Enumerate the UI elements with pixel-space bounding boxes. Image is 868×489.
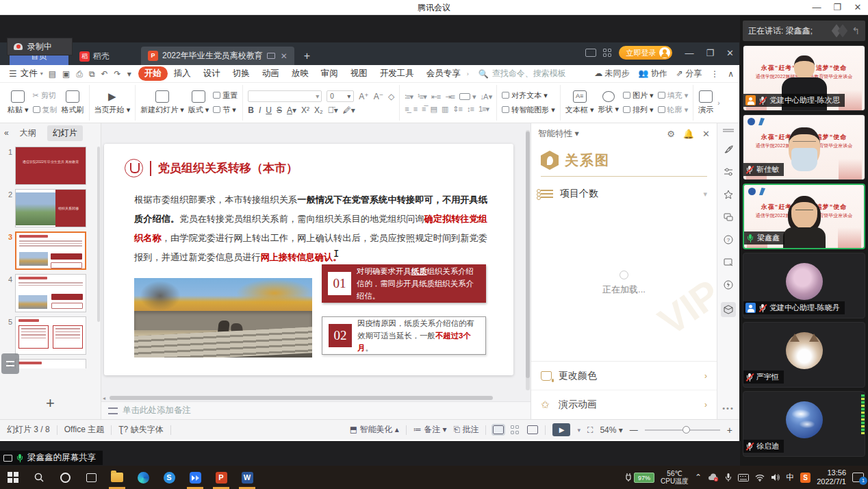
zoom-out-button[interactable]: — bbox=[630, 425, 638, 435]
export-icon[interactable]: ▣ bbox=[62, 69, 70, 79]
canvas-horizontal-scrollbar[interactable]: ◂ bbox=[101, 395, 531, 401]
clock[interactable]: 13:562022/7/1 bbox=[817, 468, 846, 486]
zoom-level[interactable]: 54% ▾ bbox=[600, 425, 622, 435]
gear-icon[interactable]: ⚙ bbox=[667, 129, 675, 139]
tab-document[interactable]: P 2022年毕业生党员离校教育 ✕ bbox=[141, 47, 294, 65]
doc-tab-close-icon[interactable]: ✕ bbox=[281, 51, 288, 61]
more-dots-icon[interactable]: ⋮ bbox=[711, 69, 719, 79]
help-icon[interactable]: ? bbox=[723, 234, 734, 245]
paste-button[interactable]: 粘贴 ▾ bbox=[8, 90, 29, 115]
cut-button[interactable]: ✂ 剪切 bbox=[33, 90, 58, 101]
slide-thumb-5[interactable]: 5 bbox=[1, 316, 97, 355]
zoom-in-button[interactable]: + bbox=[727, 425, 732, 436]
slide-thumb-4[interactable]: 4 bbox=[1, 274, 97, 312]
layout-button[interactable]: 版式 ▾ bbox=[188, 90, 209, 115]
collab-button[interactable]: 👥 协作 bbox=[639, 68, 667, 79]
drag-handle-icon[interactable] bbox=[723, 129, 734, 132]
command-search[interactable]: 🔍 查找命令、搜索模板 bbox=[478, 68, 566, 79]
align-left-button[interactable]: ≡̲ bbox=[405, 105, 408, 113]
tab-docer[interactable]: 稻 稻壳 bbox=[68, 47, 120, 65]
superscript-button[interactable]: X² bbox=[301, 105, 309, 115]
canvas-vertical-scrollbar[interactable] bbox=[526, 130, 530, 390]
tab-slides[interactable]: 幻灯片 bbox=[47, 125, 83, 141]
undo-icon[interactable]: ↶ bbox=[101, 69, 108, 79]
microphone-tray-icon[interactable] bbox=[725, 473, 732, 482]
para-spacing-button[interactable]: ↕≡ bbox=[467, 105, 474, 113]
outline-button[interactable]: 轮廓 ▾ bbox=[658, 105, 689, 115]
qat-more-icon[interactable]: ▾ bbox=[127, 69, 131, 79]
numbering-button[interactable]: ¹≡▾ bbox=[418, 92, 426, 101]
beautify-button[interactable]: ⬒ 智能美化 ▴ bbox=[350, 424, 399, 436]
campus-photo[interactable] bbox=[134, 278, 312, 358]
video-tile-2[interactable]: 永葆“赶考”初心 “追梦”使命 通信学院2022届研究生党员教育暨毕业座谈会 靳… bbox=[743, 114, 865, 180]
back-arrow-icon[interactable]: ↰ bbox=[852, 25, 860, 36]
task-view-button[interactable] bbox=[78, 466, 104, 489]
pinyin-guide-button[interactable]: 嫅̈▾ bbox=[328, 105, 338, 115]
taskbar-search-button[interactable] bbox=[26, 466, 52, 489]
bullets-button[interactable]: ∶≡▾ bbox=[405, 92, 413, 101]
close-button[interactable]: ✕ bbox=[847, 0, 868, 15]
resource-box-icon[interactable] bbox=[721, 302, 736, 317]
align-text-button[interactable]: 对齐文本 ▾ bbox=[502, 90, 555, 101]
video-tile-1[interactable]: 永葆“赶考”初心 “追梦”使命 通信学院2022届研究生党员教育暨毕业座谈会 党… bbox=[743, 45, 865, 111]
font-family-select[interactable]: ▾ bbox=[248, 90, 322, 102]
font-decrease-button[interactable]: A⁻ bbox=[374, 92, 383, 101]
arrange-button[interactable]: 排列 ▾ bbox=[623, 105, 654, 115]
normal-view-button[interactable] bbox=[493, 425, 504, 434]
wps-close-button[interactable]: ✕ bbox=[726, 48, 734, 58]
action-center-button[interactable]: 1 bbox=[852, 473, 864, 482]
missing-font-warning[interactable]: Ʈ? 缺失字体 bbox=[118, 424, 163, 436]
collapse-ribbon-icon[interactable]: ∧ bbox=[728, 69, 734, 79]
menu-animation[interactable]: 动画 bbox=[256, 66, 285, 81]
new-tab-button[interactable]: + bbox=[304, 47, 310, 65]
single-window-icon[interactable] bbox=[585, 49, 596, 57]
login-button[interactable]: 立即登录 bbox=[619, 46, 672, 60]
restore-button[interactable]: ❐ bbox=[827, 0, 847, 15]
menu-devtools[interactable]: 开发工具 bbox=[374, 66, 420, 81]
print-icon[interactable]: ⎙ bbox=[76, 69, 83, 79]
menu-transition[interactable]: 切换 bbox=[227, 66, 256, 81]
menu-start[interactable]: 开始 bbox=[138, 66, 168, 81]
preview-icon[interactable]: ⧉ bbox=[89, 69, 95, 79]
theme-label[interactable]: Office 主题 bbox=[64, 424, 104, 436]
menu-view[interactable]: 视图 bbox=[344, 66, 374, 81]
menu-member[interactable]: 会员专享 bbox=[420, 66, 467, 81]
new-slide-button[interactable]: 新建幻灯片 ▾ bbox=[140, 90, 184, 115]
sync-status[interactable]: ☁ 未同步 bbox=[594, 68, 629, 79]
cloud-offline-icon[interactable]: x bbox=[708, 473, 719, 481]
font-size-select[interactable]: 0▾ bbox=[327, 90, 354, 102]
settings-sliders-icon[interactable] bbox=[723, 166, 734, 177]
fill-button[interactable]: 填充 ▾ bbox=[658, 90, 689, 101]
battery-indicator[interactable]: 97% bbox=[625, 473, 654, 483]
start-button[interactable] bbox=[0, 466, 26, 489]
section-button[interactable]: 节 ▾ bbox=[213, 105, 238, 115]
bold-button[interactable]: B bbox=[248, 105, 254, 115]
file-explorer-button[interactable] bbox=[104, 466, 130, 489]
text-box-button[interactable]: A≡文本框 ▾ bbox=[565, 90, 594, 115]
menu-review[interactable]: 审阅 bbox=[315, 66, 344, 81]
edge-button[interactable] bbox=[130, 466, 156, 489]
play-options-caret[interactable]: ▾ bbox=[577, 427, 580, 434]
more-tools-icon[interactable]: ••• bbox=[722, 404, 735, 412]
menu-insert[interactable]: 插入 bbox=[168, 66, 197, 81]
picture-button[interactable]: 图片 ▾ bbox=[623, 90, 654, 101]
notes-button[interactable]: ≔ 备注 ▾ bbox=[413, 424, 447, 436]
format-painter-button[interactable]: 格式刷 bbox=[62, 90, 84, 115]
share-button[interactable]: ⇗ 分享 bbox=[676, 68, 702, 79]
fit-window-icon[interactable]: ⛶ bbox=[587, 425, 593, 435]
redo-icon[interactable]: ↷ bbox=[114, 69, 121, 79]
wps-minimize-button[interactable]: — bbox=[685, 48, 693, 58]
char-spacing-button[interactable]: ↓A ▾ bbox=[480, 92, 492, 101]
decrease-indent-button[interactable]: ⇤≡ bbox=[431, 92, 441, 101]
skype-button[interactable]: S bbox=[156, 466, 182, 489]
clear-format-button[interactable]: ◇ bbox=[388, 92, 394, 101]
save-icon[interactable]: ▤ bbox=[49, 69, 56, 79]
cortana-button[interactable] bbox=[52, 466, 78, 489]
rocket-icon[interactable] bbox=[723, 144, 734, 155]
menu-design[interactable]: 设计 bbox=[197, 66, 227, 81]
text-direction-button[interactable]: ▾ bbox=[459, 92, 476, 101]
wifi-icon[interactable] bbox=[755, 474, 765, 481]
change-color-row[interactable]: 更改颜色 › bbox=[531, 362, 717, 390]
presentation-tools-button[interactable]: 演示 bbox=[698, 90, 713, 115]
sogou-input-icon[interactable]: S bbox=[800, 473, 810, 483]
